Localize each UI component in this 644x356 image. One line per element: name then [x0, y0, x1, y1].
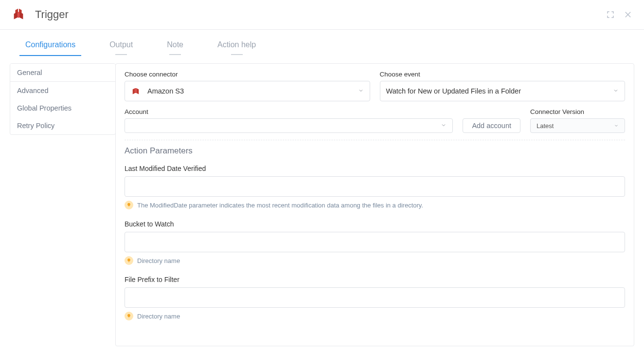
tab-output[interactable]: Output [104, 35, 139, 56]
event-select[interactable]: Watch for New or Updated Files in a Fold… [380, 81, 626, 101]
config-sidebar: General Advanced Global Properties Retry… [10, 63, 116, 135]
tab-label: Note [167, 40, 183, 49]
sidebar-item-label: Retry Policy [17, 122, 54, 130]
chevron-down-icon [614, 122, 619, 130]
tab-note[interactable]: Note [161, 35, 189, 56]
param-label-last-modified: Last Modified Date Verified [125, 165, 625, 172]
tab-label: Output [109, 40, 133, 49]
connector-version-select[interactable]: Latest [530, 118, 625, 133]
lightbulb-icon [125, 201, 133, 209]
connector-select[interactable]: Amazon S3 [125, 81, 370, 101]
add-account-label: Add account [472, 122, 511, 130]
svg-rect-0 [135, 88, 137, 93]
sidebar-item-label: Global Properties [17, 104, 72, 112]
chevron-down-icon [613, 87, 619, 95]
param-label-file-prefix: File Prefix to Filter [125, 276, 625, 283]
param-hint: Directory name [137, 313, 180, 320]
tab-configurations[interactable]: Configurations [19, 35, 81, 56]
event-label: Choose event [380, 71, 626, 78]
param-hint: The ModifiedDate parameter indicates the… [137, 202, 423, 209]
sidebar-item-global-properties[interactable]: Global Properties [10, 99, 115, 117]
param-input-bucket[interactable] [125, 232, 625, 252]
tab-action-help[interactable]: Action help [212, 35, 262, 56]
tab-label: Action help [217, 40, 256, 49]
connector-label: Choose connector [125, 71, 370, 78]
param-hint: Directory name [137, 257, 180, 264]
window-header: Trigger [0, 0, 644, 30]
param-label-bucket: Bucket to Watch [125, 220, 625, 228]
connector-value: Amazon S3 [147, 87, 184, 95]
param-input-file-prefix[interactable] [125, 287, 625, 308]
close-icon[interactable] [623, 9, 633, 20]
account-select[interactable] [125, 118, 453, 133]
tab-bar: Configurations Output Note Action help [0, 35, 644, 56]
lightbulb-icon [125, 312, 133, 320]
fullscreen-icon[interactable] [605, 9, 616, 20]
connector-version-label: Connector Version [530, 108, 625, 115]
section-title: Action Parameters [125, 146, 625, 156]
sidebar-item-retry-policy[interactable]: Retry Policy [10, 117, 115, 134]
sidebar-item-general[interactable]: General [10, 64, 115, 82]
sidebar-item-label: Advanced [17, 87, 49, 94]
param-input-last-modified[interactable] [125, 176, 625, 197]
sidebar-item-advanced[interactable]: Advanced [10, 82, 115, 99]
connector-version-value: Latest [537, 122, 554, 130]
sidebar-item-label: General [17, 69, 42, 76]
lightbulb-icon [125, 256, 133, 265]
account-label: Account [125, 108, 453, 115]
add-account-button[interactable]: Add account [463, 118, 520, 133]
chevron-down-icon [441, 122, 447, 130]
window-title: Trigger [35, 8, 69, 21]
tab-label: Configurations [25, 40, 75, 49]
amazon-s3-icon [131, 86, 141, 97]
event-value: Watch for New or Updated Files in a Fold… [386, 87, 521, 95]
main-panel: Choose connector Amazon S3 [115, 63, 634, 346]
connector-cube-icon [11, 7, 26, 22]
chevron-down-icon [358, 87, 364, 95]
